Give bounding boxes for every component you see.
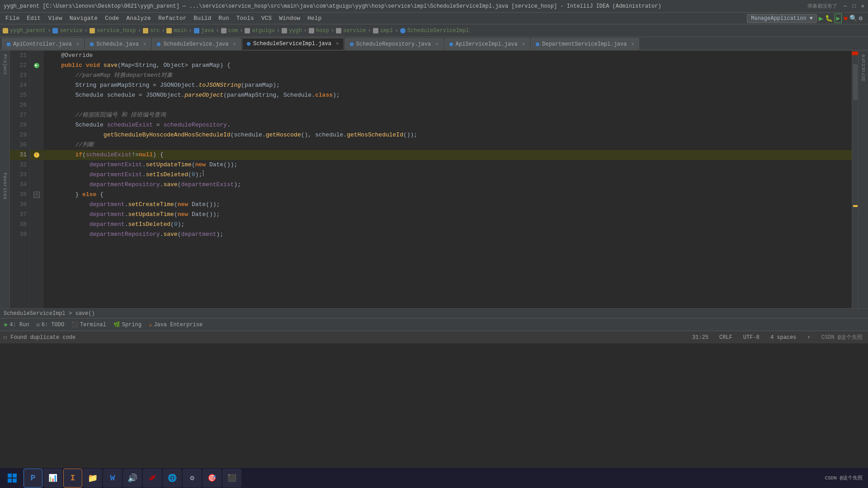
tab-terminal-label: Terminal bbox=[80, 322, 106, 328]
service-hosp-icon bbox=[90, 28, 95, 33]
menu-code[interactable]: Code bbox=[101, 14, 123, 23]
structure-panel[interactable]: Structure bbox=[860, 52, 867, 83]
status-line-ending[interactable]: CRLF bbox=[717, 333, 734, 342]
taskbar-app1-btn[interactable]: 🔊 bbox=[123, 469, 142, 488]
menu-help[interactable]: Help bbox=[304, 14, 325, 23]
minimize-btn[interactable]: ─ bbox=[844, 3, 847, 9]
menu-build[interactable]: Build bbox=[190, 14, 215, 23]
tab-close-7[interactable]: × bbox=[631, 42, 634, 47]
breadcrumb-hosp[interactable]: hosp bbox=[316, 28, 329, 34]
taskbar-chart-btn[interactable]: 📊 bbox=[43, 469, 62, 488]
taskbar-start-btn[interactable] bbox=[2, 468, 23, 488]
menu-window[interactable]: Window bbox=[275, 14, 304, 23]
taskbar-intellij-btn[interactable]: I bbox=[63, 469, 82, 488]
breadcrumb-main[interactable]: main bbox=[174, 28, 187, 34]
left-panel: Project Favorites bbox=[0, 51, 10, 308]
duplicate-code-checkbox[interactable]: ☐ bbox=[4, 334, 7, 341]
tab-label-2: Schedule.java bbox=[96, 41, 139, 47]
impl-icon bbox=[373, 28, 378, 33]
tab-schedule-service[interactable]: ScheduleService.java × bbox=[152, 38, 241, 50]
tab-department-service-impl[interactable]: DepartmentServiceImpl.java × bbox=[531, 38, 639, 50]
taskbar-app3-btn[interactable]: 🌐 bbox=[163, 469, 182, 488]
tab-terminal[interactable]: ⬛ Terminal bbox=[69, 320, 109, 329]
svg-rect-0 bbox=[8, 474, 12, 478]
status-indent[interactable]: 4 spaces bbox=[769, 333, 798, 342]
manage-app-dropdown[interactable]: ManageApplication ▼ bbox=[747, 14, 817, 23]
code-line-25: Schedule schedule = JSONObject.parseObje… bbox=[43, 90, 852, 100]
taskbar-app2-btn[interactable]: 🌶 bbox=[143, 469, 162, 488]
taskbar-explorer-btn[interactable]: 📁 bbox=[83, 469, 102, 488]
status-right-info: CSDN @这个先照 bbox=[820, 333, 864, 342]
toolbar-stop-btn[interactable]: ■ bbox=[844, 15, 847, 22]
tab-run[interactable]: ▶ 4: Run bbox=[2, 320, 32, 329]
breadcrumb-com[interactable]: com bbox=[228, 28, 238, 34]
tab-close-2[interactable]: × bbox=[143, 42, 146, 47]
menu-navigate[interactable]: Navigate bbox=[66, 14, 101, 23]
menu-edit[interactable]: Edit bbox=[23, 14, 44, 23]
breadcrumb-root[interactable]: yygh_parent bbox=[10, 28, 46, 34]
status-encoding[interactable]: UTF-8 bbox=[741, 333, 761, 342]
scroll-bar[interactable] bbox=[852, 51, 858, 308]
run-marker-22[interactable]: ▶ bbox=[34, 63, 39, 68]
menu-file[interactable]: File bbox=[2, 14, 23, 23]
left-panel-project[interactable]: Project bbox=[1, 52, 9, 77]
scroll-thumb[interactable] bbox=[853, 64, 858, 100]
taskbar-app4-btn[interactable]: ⚙ bbox=[183, 469, 202, 488]
code-editor[interactable]: @Override public void save(Map<String, O… bbox=[43, 51, 852, 308]
menu-view[interactable]: View bbox=[44, 14, 66, 23]
breadcrumb-service-hosp[interactable]: service_hosp bbox=[97, 28, 136, 34]
tab-java-enterprise[interactable]: ☕ Java Enterprise bbox=[146, 320, 205, 329]
breadcrumb-service[interactable]: service bbox=[60, 28, 82, 34]
run-icon: ▶ bbox=[5, 321, 8, 328]
tab-icon-6 bbox=[449, 42, 453, 46]
tab-api-controller[interactable]: ApiController.java × bbox=[2, 38, 84, 50]
menu-tools[interactable]: Tools bbox=[233, 14, 258, 23]
toolbar-run2-btn[interactable]: ▶ bbox=[835, 14, 842, 23]
taskbar-pycharm-btn[interactable]: P bbox=[24, 469, 42, 488]
warning-marker bbox=[853, 205, 858, 207]
project-icon bbox=[3, 28, 8, 33]
tab-label-6: ApiServiceImpl.java bbox=[456, 41, 518, 47]
toolbar-debug-btn[interactable]: 🐛 bbox=[825, 14, 833, 22]
tab-close-5[interactable]: × bbox=[435, 42, 439, 47]
tab-close-4[interactable]: × bbox=[336, 41, 339, 47]
left-panel-favorites[interactable]: Favorites bbox=[1, 171, 9, 201]
tab-label-7: DepartmentServiceImpl.java bbox=[542, 41, 627, 47]
breadcrumb-java[interactable]: java bbox=[201, 28, 214, 34]
tab-schedule-repository[interactable]: ScheduleRepository.java × bbox=[345, 38, 443, 50]
menu-run[interactable]: Run bbox=[215, 14, 232, 23]
breadcrumb-schedule-service-impl[interactable]: ScheduleServiceImpl bbox=[407, 28, 469, 34]
menu-vcs[interactable]: VCS bbox=[258, 14, 275, 23]
tab-api-service-impl[interactable]: ApiServiceImpl.java × bbox=[444, 38, 530, 50]
tab-close-1[interactable]: × bbox=[76, 42, 80, 47]
title-text: yygh_parent [C:\Users\lenovo\Desktop\062… bbox=[4, 3, 805, 9]
java-enterprise-icon: ☕ bbox=[149, 321, 152, 328]
toolbar-search-btn[interactable]: 🔍 bbox=[849, 14, 857, 22]
taskbar-word-btn[interactable]: W bbox=[103, 469, 122, 488]
maximize-btn[interactable]: □ bbox=[853, 3, 856, 9]
taskbar-app5-btn[interactable]: 🎯 bbox=[203, 469, 222, 488]
tab-schedule[interactable]: Schedule.java × bbox=[85, 38, 151, 50]
toolbar-settings-btn[interactable]: ⚙ bbox=[859, 14, 863, 22]
toolbar-run-btn[interactable]: ▶ bbox=[819, 14, 823, 23]
menu-refactor[interactable]: Refactor bbox=[155, 14, 190, 23]
system-tray: CSDN @这个先照 bbox=[825, 474, 866, 481]
code-line-34: departmentRepository.save(departmentExis… bbox=[43, 180, 852, 190]
tab-spring[interactable]: 🌿 Spring bbox=[111, 320, 144, 329]
menu-analyze[interactable]: Analyze bbox=[123, 14, 155, 23]
taskbar-app6-btn[interactable]: ⬛ bbox=[222, 469, 241, 488]
status-position[interactable]: 31:25 bbox=[690, 333, 710, 342]
breadcrumb-impl[interactable]: impl bbox=[380, 28, 393, 34]
todo-icon: ☑ bbox=[36, 321, 39, 328]
tab-close-3[interactable]: × bbox=[233, 42, 236, 47]
breadcrumb-atguigu[interactable]: atguigu bbox=[252, 28, 274, 34]
tab-close-6[interactable]: × bbox=[522, 42, 525, 47]
close-btn[interactable]: ✕ bbox=[861, 3, 864, 9]
breadcrumb-src[interactable]: src bbox=[150, 28, 160, 34]
fold-marker-35[interactable]: – bbox=[33, 192, 40, 198]
tab-schedule-service-impl[interactable]: ScheduleServiceImpl.java × bbox=[242, 38, 344, 50]
tab-todo[interactable]: ☑ 6: TODO bbox=[33, 320, 67, 329]
breadcrumb-yygh[interactable]: yygh bbox=[289, 28, 302, 34]
breadcrumb-service2[interactable]: service bbox=[343, 28, 366, 34]
warn-marker-31[interactable]: ! bbox=[34, 152, 39, 158]
